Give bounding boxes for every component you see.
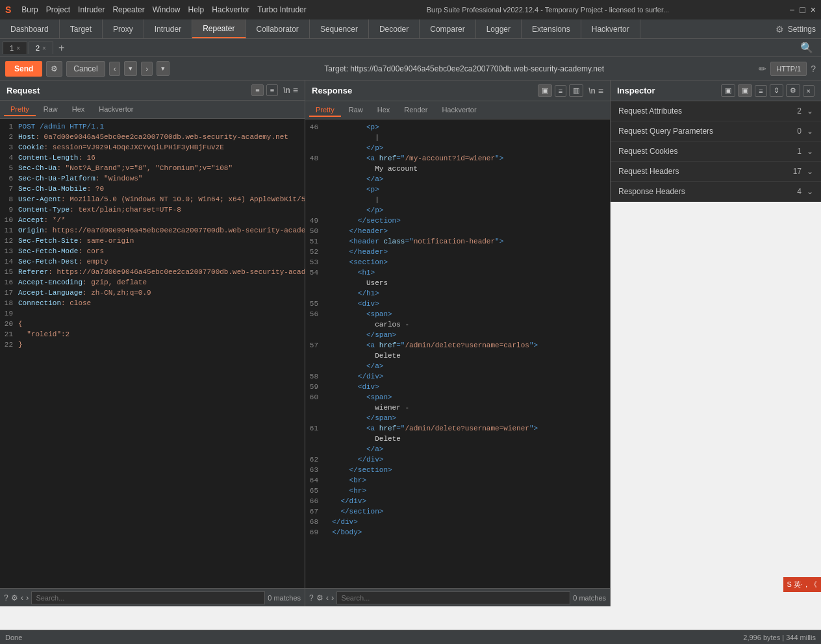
response-view-btn2[interactable]: ≡ <box>555 85 566 97</box>
repeater-tab-2[interactable]: 2 × <box>29 42 53 54</box>
request-line: 14Sec-Fetch-Dest: empty <box>0 256 305 267</box>
chevron-down-icon: ⌄ <box>807 127 813 136</box>
edit-target-button[interactable]: ✏ <box>759 64 766 74</box>
response-line: 66 </div> <box>305 496 610 506</box>
inspector-item[interactable]: Request Query Parameters 0 ⌄ <box>611 121 821 142</box>
response-line: 54 <h1> <box>305 267 610 278</box>
request-search-help-icon[interactable]: ? <box>4 593 8 602</box>
response-view-btn1[interactable]: ▣ <box>538 84 552 97</box>
nav-tab-logger[interactable]: Logger <box>476 19 522 38</box>
nav-tab-hackvertor[interactable]: Hackvertor <box>581 19 640 38</box>
nav-tab-collaborator[interactable]: Collaborator <box>246 19 310 38</box>
inspector-item[interactable]: Response Headers 4 ⌄ <box>611 182 821 202</box>
request-line: 9Content-Type: text/plain;charset=UTF-8 <box>0 204 305 215</box>
response-tab-hackvertor[interactable]: Hackvertor <box>435 104 483 117</box>
menu-help[interactable]: Help <box>188 5 204 14</box>
request-search-prev[interactable]: ‹ <box>21 593 23 602</box>
send-options-button[interactable]: ⚙ <box>46 61 62 77</box>
menu-hackvertor[interactable]: Hackvertor <box>212 5 249 14</box>
response-tab-raw[interactable]: Raw <box>342 104 370 117</box>
tab-1-close[interactable]: × <box>16 45 20 52</box>
request-search-settings-icon[interactable]: ⚙ <box>11 593 18 602</box>
response-search-input[interactable] <box>336 591 570 604</box>
send-button[interactable]: Send <box>5 61 42 77</box>
response-line: 55 <div> <box>305 299 610 309</box>
inspector-item[interactable]: Request Attributes 2 ⌄ <box>611 101 821 121</box>
response-line: 63 </section> <box>305 465 610 475</box>
sogou-ime-icon[interactable]: S 英·，《 <box>783 577 821 592</box>
add-tab-button[interactable]: + <box>55 42 68 54</box>
request-line: 7Sec-Ch-Ua-Mobile: ?0 <box>0 184 305 194</box>
request-more-icon[interactable]: ≡ <box>293 85 298 95</box>
inspector-item[interactable]: Request Headers 17 ⌄ <box>611 162 821 182</box>
request-search-next[interactable]: › <box>26 593 29 602</box>
tab-2-close[interactable]: × <box>42 45 46 52</box>
menu-project[interactable]: Project <box>46 5 70 14</box>
response-more-icon[interactable]: ≡ <box>598 86 603 96</box>
request-tab-hex[interactable]: Hex <box>66 103 92 116</box>
chevron-down-icon: ⌄ <box>807 147 813 156</box>
request-line: 11Origin: https://0a7d00e9046a45ebc0ee2c… <box>0 225 305 236</box>
response-line: 59 <div> <box>305 382 610 392</box>
tab-search-icon[interactable]: 🔍 <box>800 42 813 53</box>
inspector-view-btn2[interactable]: ▣ <box>738 84 752 97</box>
response-search-help-icon[interactable]: ? <box>309 593 314 602</box>
nav-tab-proxy[interactable]: Proxy <box>103 19 144 38</box>
response-tab-hex[interactable]: Hex <box>371 104 397 117</box>
nav-tab-repeater[interactable]: Repeater <box>192 19 246 38</box>
inspector-item-label: Response Headers <box>618 187 797 196</box>
request-view-btn2[interactable]: ≡ <box>266 84 278 96</box>
tab-bar: 1 × 2 × + 🔍 <box>0 39 821 57</box>
request-panel: Request ≡ ≡ \n ≡ Pretty Raw Hex Hackvert… <box>0 80 305 606</box>
settings-label[interactable]: Settings <box>788 25 816 34</box>
nav-tab-target[interactable]: Target <box>60 19 103 38</box>
help-button[interactable]: ? <box>811 64 816 74</box>
request-tab-hackvertor[interactable]: Hackvertor <box>92 103 140 116</box>
menu-burp[interactable]: Burp <box>21 5 38 14</box>
cancel-button[interactable]: Cancel <box>66 61 105 77</box>
request-search-input[interactable] <box>31 591 265 604</box>
request-view-pretty-btn[interactable]: ≡ <box>251 84 263 96</box>
maximize-button[interactable]: □ <box>800 5 805 15</box>
inspector-align-btn[interactable]: ≡ <box>755 85 766 97</box>
request-tab-raw[interactable]: Raw <box>37 103 64 116</box>
inspector-view-btn1[interactable]: ▣ <box>721 84 735 97</box>
menu-window[interactable]: Window <box>153 5 181 14</box>
nav-tab-decoder[interactable]: Decoder <box>369 19 420 38</box>
nav-tab-sequencer[interactable]: Sequencer <box>310 19 369 38</box>
response-search-next[interactable]: › <box>331 593 334 602</box>
response-tab-pretty[interactable]: Pretty <box>309 104 341 117</box>
chevron-down-icon: ⌄ <box>807 187 813 196</box>
request-line: 1POST /admin HTTP/1.1 <box>0 121 305 132</box>
target-url: Target: https://0a7d00e9046a45ebc0ee2ca2… <box>173 64 755 73</box>
inspector-split-btn[interactable]: ⇕ <box>770 84 783 97</box>
next-dropdown-button[interactable]: ▾ <box>157 61 170 76</box>
menu-intruder[interactable]: Intruder <box>78 5 105 14</box>
nav-tab-extensions[interactable]: Extensions <box>522 19 581 38</box>
menu-turbo-intruder[interactable]: Turbo Intruder <box>257 5 307 14</box>
response-line: 68 </div> <box>305 517 610 527</box>
response-code-area[interactable]: 46 <p> | </p>48 <a href="/my-account?id=… <box>305 119 610 588</box>
inspector-settings-btn[interactable]: ⚙ <box>786 84 800 97</box>
inspector-item[interactable]: Request Cookies 1 ⌄ <box>611 142 821 162</box>
response-line: | <box>305 132 610 143</box>
close-button[interactable]: × <box>811 5 816 15</box>
response-tab-render[interactable]: Render <box>398 104 434 117</box>
repeater-tab-1[interactable]: 1 × <box>3 42 27 54</box>
prev-button[interactable]: ‹ <box>109 62 121 76</box>
nav-tab-dashboard[interactable]: Dashboard <box>0 19 60 38</box>
request-line: 16Accept-Encoding: gzip, deflate <box>0 277 305 288</box>
response-search-settings-icon[interactable]: ⚙ <box>316 593 323 602</box>
inspector-close-btn[interactable]: × <box>803 85 815 97</box>
nav-tab-intruder[interactable]: Intruder <box>144 19 192 38</box>
http-version[interactable]: HTTP/1 <box>770 62 807 76</box>
minimize-button[interactable]: − <box>789 5 794 15</box>
menu-repeater[interactable]: Repeater <box>112 5 144 14</box>
response-view-btn3[interactable]: ▥ <box>569 84 583 97</box>
request-tab-pretty[interactable]: Pretty <box>4 103 36 116</box>
next-button[interactable]: › <box>141 62 153 76</box>
prev-dropdown-button[interactable]: ▾ <box>124 61 137 76</box>
nav-tab-comparer[interactable]: Comparer <box>420 19 475 38</box>
request-code-area[interactable]: 1POST /admin HTTP/1.12Host: 0a7d00e9046a… <box>0 119 305 588</box>
response-search-prev[interactable]: ‹ <box>326 593 329 602</box>
